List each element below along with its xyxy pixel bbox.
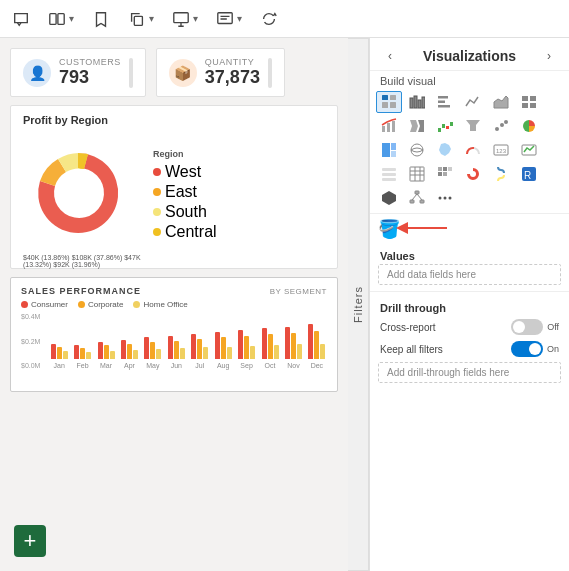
refresh-icon[interactable] [260,10,278,28]
cross-report-toggle[interactable]: Off [511,319,559,335]
viz-python-icon[interactable] [488,163,514,185]
bar-group-dec: Dec [307,324,327,369]
svg-rect-42 [382,173,396,176]
add-drill-label: Add drill-through fields here [387,367,509,378]
values-section-label: Values [370,244,569,264]
viz-r-icon[interactable]: R [516,163,542,185]
customers-icon: 👤 [23,59,51,87]
viz-scatter2-icon[interactable] [488,115,514,137]
profit-chart-card: Profit by Region [10,105,338,269]
view-icon[interactable]: ▾ [48,10,74,28]
svg-rect-20 [530,103,536,108]
viz-more-icon[interactable] [432,187,458,209]
format-icon[interactable]: ▾ [216,10,242,28]
viz-treemap-icon[interactable] [376,139,402,161]
comment-icon[interactable] [12,10,30,28]
plus-button[interactable]: + [14,525,46,557]
bar-segment [150,342,155,359]
bar-segment [168,336,173,359]
bars-may [144,337,161,359]
bar-label-oct: Oct [265,362,276,369]
viz-row-2 [376,115,563,137]
viz-kpi-icon[interactable] [516,139,542,161]
bar-group-aug: Aug [213,332,233,369]
viz-funnel-icon[interactable] [460,115,486,137]
add-drill-box[interactable]: Add drill-through fields here [378,362,561,383]
keep-filters-toggle[interactable]: On [511,341,559,357]
keep-filters-track[interactable] [511,341,543,357]
viz-table-icon[interactable] [376,91,402,113]
panel-header: ‹ Visualizations › [370,38,569,71]
quantity-value: 37,873 [205,67,260,88]
bar-label-dec: Dec [311,362,323,369]
legend-east: East [153,183,217,201]
viz-filled-map-icon[interactable] [432,139,458,161]
customers-value: 793 [59,67,121,88]
viz-map-icon[interactable] [404,139,430,161]
legend-central-dot [153,228,161,236]
cross-report-track[interactable] [511,319,543,335]
bar-segment [285,327,290,359]
svg-point-65 [449,197,452,200]
present-icon[interactable]: ▾ [172,10,198,28]
viz-row-1 [376,91,563,113]
bar-segment [238,330,243,359]
customers-kpi: 👤 CUSTOMERS 793 [10,48,146,97]
bar-segment [291,333,296,359]
viz-line-icon[interactable] [460,91,486,113]
viz-table2-icon[interactable] [404,163,430,185]
legend-central: Central [153,223,217,241]
y-label-mid: $0.2M [21,338,40,345]
viz-bar-icon[interactable] [404,91,430,113]
bar-segment [191,334,196,359]
svg-point-63 [439,197,442,200]
viz-area-icon[interactable] [488,91,514,113]
panel-nav-prev[interactable]: ‹ [380,46,400,66]
legend-consumer-dot [21,301,28,308]
legend-west: West [153,163,217,181]
viz-matrix-icon[interactable] [432,163,458,185]
copy-icon[interactable]: ▾ [128,10,154,28]
bar-group-mar: Mar [96,342,116,369]
viz-waterfall-icon[interactable] [432,115,458,137]
sales-title: SALES PERFORMANCE [21,286,141,296]
viz-donut-icon[interactable] [460,163,486,185]
viz-ribbon-icon[interactable] [404,115,430,137]
bar-group-feb: Feb [72,345,92,369]
y-labels: $0.4M $0.2M $0.0M [21,313,40,369]
svg-rect-36 [391,151,396,157]
viz-decomp-icon[interactable] [404,187,430,209]
bar-segment [63,351,68,359]
bar-segment [203,347,208,359]
bar-segment [86,352,91,359]
viz-card-icon[interactable]: 123 [488,139,514,161]
svg-rect-29 [450,122,453,126]
bar-chart-wrap: $0.4M $0.2M $0.0M JanFebMarAprMayJunJulA… [21,313,327,383]
bookmark-icon[interactable] [92,10,110,28]
viz-ai-icon[interactable] [376,187,402,209]
viz-scatter-icon[interactable] [516,91,542,113]
filters-tab[interactable]: Filters [348,38,369,571]
bar-segment [80,348,85,359]
svg-rect-60 [420,200,424,203]
bar-segment [215,332,220,359]
bars-feb [74,345,91,359]
svg-rect-26 [438,128,441,132]
svg-rect-43 [382,178,396,181]
viz-pie-icon[interactable] [516,115,542,137]
bar-label-apr: Apr [124,362,135,369]
bar-label-jun: Jun [171,362,182,369]
panel-nav-next[interactable]: › [539,46,559,66]
bar-segment [320,344,325,359]
svg-rect-59 [410,200,414,203]
viz-hbar-icon[interactable] [432,91,458,113]
svg-rect-18 [530,96,536,101]
svg-rect-21 [382,126,385,132]
keep-filters-thumb [529,343,541,355]
svg-point-37 [411,144,423,156]
bar-label-sep: Sep [240,362,252,369]
viz-combo-icon[interactable] [376,115,402,137]
add-fields-box[interactable]: Add data fields here [378,264,561,285]
viz-slicer-icon[interactable] [376,163,402,185]
viz-gauge-icon[interactable] [460,139,486,161]
